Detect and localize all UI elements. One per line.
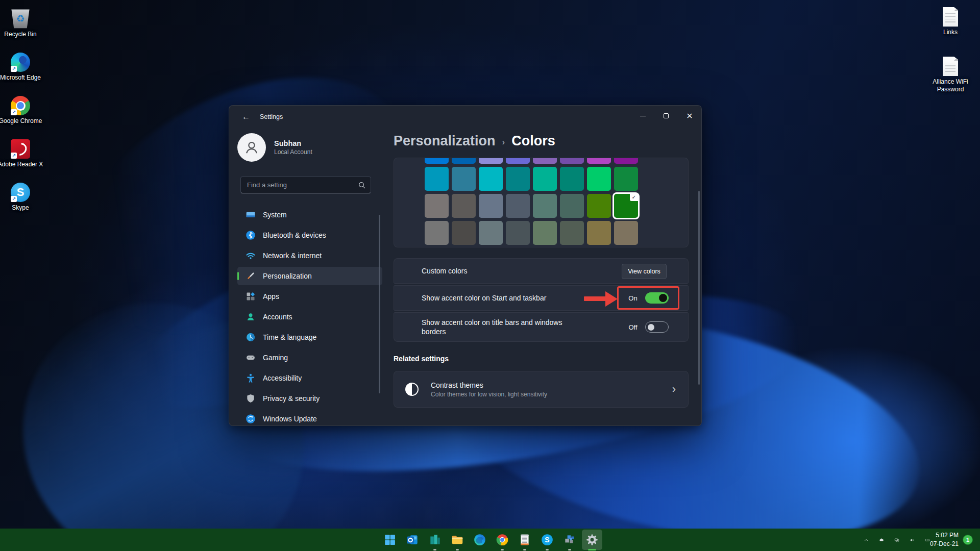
adobe-reader-desktop-icon[interactable]: ↗ Adobe Reader X [0,139,44,168]
nav-item-label: Network & internet [263,252,322,260]
color-swatch[interactable] [506,221,530,245]
titlebar[interactable]: ← Settings × [229,106,701,128]
accessibility-nav-item[interactable]: Accessibility [237,369,382,387]
color-swatch[interactable] [560,194,584,218]
shortcut-arrow-icon: ↗ [11,66,17,72]
color-swatch[interactable] [587,221,611,245]
notepad-taskbar[interactable] [514,530,535,550]
back-button[interactable]: ← [237,109,255,125]
color-swatch[interactable]: ✓ [614,194,638,218]
nav-item-label: Bluetooth & devices [263,231,326,239]
desktop-icon-label: Google Chrome [0,117,44,125]
annotation-arrow [584,296,607,301]
color-swatch[interactable] [452,194,476,218]
color-swatch[interactable] [560,158,584,164]
skype-desktop-icon[interactable]: ↗ Skype [0,183,44,212]
bluetooth-nav-item[interactable]: Bluetooth & devices [237,226,382,244]
desktop-icon-label: Skype [0,204,44,212]
view-colors-button[interactable]: View colors [622,264,667,279]
nav-item-label: System [263,211,287,219]
running-indicator [501,549,504,550]
color-swatch[interactable] [506,194,530,218]
recycle-bin-desktop-icon[interactable]: Recycle Bin [0,8,44,38]
privacy-nav-item[interactable]: Privacy & security [237,389,382,408]
color-swatch[interactable] [533,194,557,218]
tb-explorer-icon [451,533,464,546]
breadcrumb-personalization[interactable]: Personalization [394,133,496,149]
color-swatch[interactable] [506,167,530,191]
buildings-app-taskbar[interactable] [425,530,445,550]
color-swatch[interactable] [425,158,449,164]
color-swatch[interactable] [533,167,557,191]
color-swatch[interactable] [425,194,449,218]
settings-sidebar: Subhan Local Account System Blue [229,128,394,425]
color-swatch[interactable] [587,167,611,191]
maximize-button[interactable] [654,106,678,126]
notification-badge[interactable]: 1 [963,535,973,545]
chrome-taskbar[interactable] [492,530,512,550]
tb-skype-icon [541,533,554,546]
color-swatch[interactable] [587,194,611,218]
color-swatch[interactable] [425,221,449,245]
apps-nav-item[interactable]: Apps [237,287,382,306]
color-swatch[interactable] [533,158,557,164]
search-input[interactable] [241,177,371,193]
edge-desktop-icon[interactable]: ↗ Microsoft Edge [0,53,44,82]
network-tray[interactable] [891,531,902,549]
volume-muted[interactable] [906,531,918,549]
sidebar-scrollbar[interactable] [379,215,380,393]
color-swatch[interactable] [425,167,449,191]
color-swatch[interactable] [479,194,503,218]
color-swatch[interactable] [452,167,476,191]
accent-on-titlebars-row: Show accent color on title bars and wind… [394,312,689,342]
contrast-themes-subtitle: Color themes for low vision, light sensi… [431,391,547,398]
user-profile[interactable]: Subhan Local Account [237,133,312,162]
clock[interactable]: 5:02 PM 07-Dec-21 [923,531,959,549]
settings-taskbar[interactable] [582,530,602,550]
color-swatch[interactable] [479,167,503,191]
system-nav-item[interactable]: System [237,206,382,224]
content-scrollbar[interactable] [698,191,700,385]
accent-titlebars-toggle[interactable] [645,321,669,333]
color-swatch[interactable] [533,221,557,245]
chrome-desktop-icon[interactable]: ↗ Google Chrome [0,96,44,125]
network-nav-item[interactable]: Network & internet [237,246,382,265]
toggle-knob [648,324,654,331]
color-swatch[interactable] [479,221,503,245]
desktop: Recycle Bin ↗ Microsoft Edge ↗ Google Ch… [0,0,980,551]
color-swatch[interactable] [560,167,584,191]
color-swatch[interactable] [587,158,611,164]
time-language-nav-item[interactable]: Time & language [237,328,382,346]
desktop-icons-left: Recycle Bin ↗ Microsoft Edge ↗ Google Ch… [0,8,44,212]
personalization-nav-item[interactable]: Personalization [237,267,382,285]
skype-taskbar[interactable] [537,530,557,550]
edge-taskbar[interactable] [470,530,490,550]
text-document-desktop-icon[interactable]: Links [927,7,974,36]
accounts-nav-item[interactable]: Accounts [237,308,382,326]
running-indicator [568,549,571,550]
cubes-app-taskbar[interactable] [559,530,580,550]
color-swatch[interactable] [614,167,638,191]
contrast-themes-row[interactable]: Contrast themes Color themes for low vis… [394,371,689,408]
outlook-taskbar[interactable] [402,530,423,550]
windows-update-nav-item[interactable]: Windows Update [237,410,382,426]
minimize-button[interactable] [631,106,654,126]
chevron-right-icon: › [672,384,676,395]
time-language-icon [246,332,256,342]
person-icon [243,139,260,156]
text-document-desktop-icon[interactable]: Alliance WiFi Password [927,57,974,93]
color-swatch[interactable] [452,221,476,245]
accent-start-toggle[interactable] [645,292,669,304]
color-swatch[interactable] [614,158,638,164]
file-explorer-taskbar[interactable] [447,530,468,550]
color-swatch[interactable] [614,221,638,245]
onedrive-cloud[interactable] [876,531,887,549]
color-swatch[interactable] [479,158,503,164]
close-button[interactable]: × [678,106,701,126]
start-button[interactable] [380,530,400,550]
gaming-nav-item[interactable]: Gaming [237,348,382,367]
hidden-icons-chevron[interactable] [861,531,872,549]
color-swatch[interactable] [452,158,476,164]
color-swatch[interactable] [506,158,530,164]
color-swatch[interactable] [560,221,584,245]
